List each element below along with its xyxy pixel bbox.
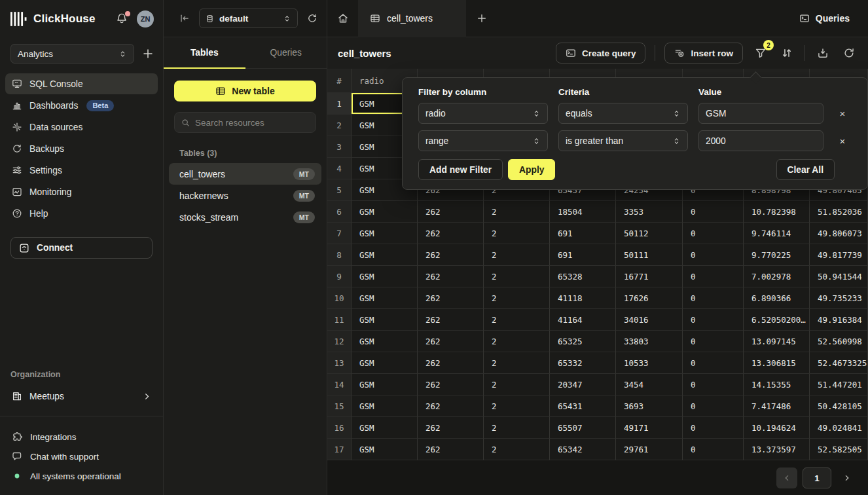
- table-cell[interactable]: 49.806073: [810, 223, 868, 244]
- search-resources[interactable]: [174, 112, 316, 133]
- table-cell[interactable]: 12: [327, 331, 352, 352]
- table-cell[interactable]: GSM: [352, 223, 418, 244]
- download-button[interactable]: [814, 45, 831, 62]
- table-cell[interactable]: 17: [327, 439, 352, 460]
- remove-filter-button[interactable]: ×: [838, 136, 847, 146]
- table-cell[interactable]: 9.770225: [744, 244, 810, 266]
- table-cell[interactable]: 15: [327, 395, 352, 417]
- explorer-tab-tables[interactable]: Tables: [164, 37, 245, 68]
- table-cell[interactable]: 10: [327, 287, 352, 309]
- table-cell[interactable]: 65332: [550, 352, 616, 374]
- table-cell[interactable]: 6.52050200…: [744, 309, 810, 331]
- table-cell[interactable]: 262: [418, 331, 484, 352]
- table-cell[interactable]: 2: [484, 266, 550, 287]
- current-page-indicator[interactable]: 1: [803, 468, 831, 488]
- table-cell[interactable]: GSM: [352, 331, 418, 352]
- table-cell[interactable]: 50112: [616, 223, 683, 244]
- table-cell[interactable]: 49171: [616, 417, 683, 439]
- sidebar-item-dashboards[interactable]: DashboardsBeta: [5, 95, 158, 116]
- table-cell[interactable]: GSM: [352, 309, 418, 331]
- table-cell[interactable]: 13: [327, 352, 352, 374]
- filter-value-input[interactable]: [698, 103, 823, 124]
- workspace-select[interactable]: Analytics: [10, 44, 134, 64]
- table-cell[interactable]: 65431: [550, 395, 616, 417]
- table-cell[interactable]: 34016: [616, 309, 683, 331]
- new-table-button[interactable]: New table: [174, 81, 316, 101]
- table-cell[interactable]: 2: [327, 115, 352, 136]
- table-cell[interactable]: 49.817739: [810, 244, 868, 266]
- table-cell[interactable]: 41164: [550, 309, 616, 331]
- table-cell[interactable]: GSM: [352, 244, 418, 266]
- connect-button[interactable]: Connect: [10, 237, 153, 259]
- table-cell[interactable]: 262: [418, 244, 484, 266]
- table-cell[interactable]: 0: [683, 439, 744, 460]
- sidebar-item-chat-with-support[interactable]: Chat with support: [0, 447, 163, 466]
- sidebar-item-sql-console[interactable]: SQL Console: [5, 73, 158, 94]
- table-cell[interactable]: GSM: [352, 352, 418, 374]
- table-cell[interactable]: 0: [683, 266, 744, 287]
- table-cell[interactable]: 50.428105: [810, 395, 868, 417]
- table-cell[interactable]: 0: [683, 352, 744, 374]
- table-cell[interactable]: 262: [418, 417, 484, 439]
- table-cell[interactable]: 2: [484, 417, 550, 439]
- table-item-stocks-stream[interactable]: stocks_streamMT: [169, 206, 321, 228]
- table-cell[interactable]: 262: [418, 287, 484, 309]
- table-cell[interactable]: 49.916384: [810, 309, 868, 331]
- table-cell[interactable]: 0: [683, 223, 744, 244]
- filter-value-input[interactable]: [698, 130, 823, 151]
- table-cell[interactable]: 9.746114: [744, 223, 810, 244]
- table-cell[interactable]: 65507: [550, 417, 616, 439]
- table-cell[interactable]: 13.373597: [744, 439, 810, 460]
- table-cell[interactable]: 29761: [616, 439, 683, 460]
- refresh-tables-button[interactable]: [307, 13, 317, 24]
- user-avatar[interactable]: ZN: [137, 10, 154, 28]
- new-tab-button[interactable]: [466, 13, 497, 24]
- apply-filters-button[interactable]: Apply: [508, 159, 555, 180]
- table-cell[interactable]: 262: [418, 201, 484, 223]
- table-cell[interactable]: 50.941544: [810, 266, 868, 287]
- table-cell[interactable]: 51.852036: [810, 201, 868, 223]
- sidebar-item-integrations[interactable]: Integrations: [0, 427, 163, 447]
- table-cell[interactable]: 2: [484, 439, 550, 460]
- home-button[interactable]: [327, 12, 358, 24]
- table-cell[interactable]: 52.560998: [810, 331, 868, 352]
- table-cell[interactable]: GSM: [352, 287, 418, 309]
- table-cell[interactable]: GSM: [352, 374, 418, 395]
- sidebar-item-settings[interactable]: Settings: [5, 160, 158, 181]
- table-cell[interactable]: 0: [683, 417, 744, 439]
- previous-page-button[interactable]: [776, 468, 797, 488]
- create-query-button[interactable]: Create query: [556, 43, 646, 64]
- table-cell[interactable]: 262: [418, 223, 484, 244]
- add-service-button[interactable]: [142, 48, 154, 60]
- table-cell[interactable]: 14: [327, 374, 352, 395]
- table-cell[interactable]: 2: [484, 244, 550, 266]
- table-cell[interactable]: GSM: [352, 417, 418, 439]
- table-cell[interactable]: 51.447201: [810, 374, 868, 395]
- table-cell[interactable]: 0: [683, 244, 744, 266]
- clear-all-filters-button[interactable]: Clear All: [776, 159, 835, 180]
- table-cell[interactable]: 0: [683, 395, 744, 417]
- table-cell[interactable]: 262: [418, 309, 484, 331]
- table-cell[interactable]: GSM: [352, 439, 418, 460]
- table-cell[interactable]: 3454: [616, 374, 683, 395]
- table-cell[interactable]: 49.735233: [810, 287, 868, 309]
- table-cell[interactable]: GSM: [352, 201, 418, 223]
- sidebar-item-data-sources[interactable]: Data sources: [5, 117, 158, 138]
- table-cell[interactable]: 2: [484, 352, 550, 374]
- table-cell[interactable]: 6: [327, 201, 352, 223]
- add-filter-button[interactable]: Add new Filter: [418, 159, 503, 180]
- table-cell[interactable]: 2: [484, 309, 550, 331]
- sidebar-item-backups[interactable]: Backups: [5, 138, 158, 159]
- table-cell[interactable]: 7.002978: [744, 266, 810, 287]
- refresh-button[interactable]: [841, 45, 858, 62]
- table-cell[interactable]: 10.194624: [744, 417, 810, 439]
- table-cell[interactable]: 3353: [616, 201, 683, 223]
- table-cell[interactable]: 4: [327, 158, 352, 179]
- filter-button[interactable]: 2: [752, 45, 769, 62]
- table-cell[interactable]: 41118: [550, 287, 616, 309]
- table-cell[interactable]: 5: [327, 179, 352, 201]
- table-cell[interactable]: 11: [327, 309, 352, 331]
- table-cell[interactable]: 65325: [550, 331, 616, 352]
- table-cell[interactable]: 20347: [550, 374, 616, 395]
- table-cell[interactable]: 0: [683, 201, 744, 223]
